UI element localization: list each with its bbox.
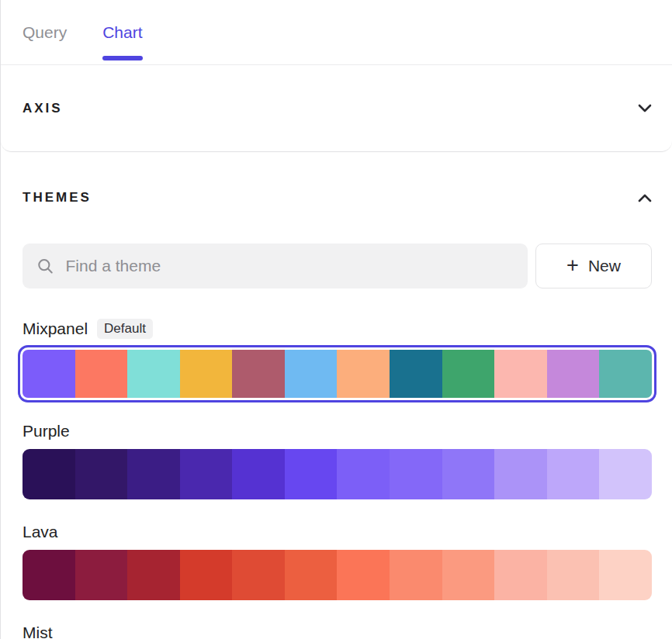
color-swatch: [127, 350, 180, 398]
color-swatch: [337, 550, 390, 600]
color-swatch: [75, 449, 128, 499]
color-swatch: [23, 350, 75, 398]
theme-name-row: MixpanelDefault: [23, 319, 652, 339]
color-swatch: [599, 449, 652, 499]
color-swatch: [547, 350, 600, 398]
theme-swatch-row[interactable]: [23, 550, 652, 600]
color-swatch: [442, 449, 495, 499]
theme-swatch-row[interactable]: [23, 449, 652, 499]
color-swatch: [23, 550, 75, 600]
color-swatch: [337, 350, 390, 398]
color-swatch: [494, 449, 547, 499]
color-swatch: [285, 550, 338, 600]
color-swatch: [180, 550, 233, 600]
themes-section-title: THEMES: [23, 190, 92, 206]
plus-icon: +: [566, 255, 579, 276]
theme-search-input[interactable]: [66, 257, 514, 275]
theme-item-lava: Lava: [23, 523, 652, 600]
color-swatch: [232, 350, 285, 398]
axis-section[interactable]: AXIS: [1, 65, 672, 152]
chevron-up-icon[interactable]: [638, 194, 652, 202]
color-swatch: [494, 350, 547, 398]
theme-item-mist: Mist: [23, 623, 652, 639]
themes-section: THEMES + New MixpanelDefaultPurpleLavaMi…: [1, 160, 672, 639]
color-swatch: [232, 449, 285, 499]
theme-item-mixpanel: MixpanelDefault: [23, 319, 652, 402]
theme-swatch-row[interactable]: [23, 350, 652, 398]
color-swatch: [285, 350, 338, 398]
color-swatch: [75, 350, 128, 398]
color-swatch: [390, 550, 442, 600]
color-swatch: [232, 550, 285, 600]
theme-name: Purple: [23, 422, 70, 440]
chevron-down-icon[interactable]: [638, 104, 652, 112]
color-swatch: [180, 449, 233, 499]
theme-name-row: Purple: [23, 422, 652, 440]
color-swatch: [127, 550, 180, 600]
color-swatch: [494, 550, 547, 600]
tab-chart[interactable]: Chart: [102, 0, 142, 64]
color-swatch: [127, 449, 180, 499]
tab-bar: Query Chart: [1, 0, 672, 65]
selected-theme-ring[interactable]: [18, 345, 656, 402]
theme-name: Mixpanel: [23, 320, 88, 338]
theme-search-box[interactable]: [23, 244, 528, 288]
theme-item-purple: Purple: [23, 422, 652, 499]
color-swatch: [390, 449, 442, 499]
color-swatch: [285, 449, 338, 499]
theme-name-row: Lava: [23, 523, 652, 541]
color-swatch: [180, 350, 233, 398]
theme-list: MixpanelDefaultPurpleLavaMist: [23, 319, 652, 639]
new-theme-button-label: New: [588, 257, 621, 275]
theme-search-row: + New: [23, 244, 652, 288]
color-swatch: [547, 449, 600, 499]
new-theme-button[interactable]: + New: [535, 244, 652, 288]
theme-name-row: Mist: [23, 623, 652, 639]
color-swatch: [547, 550, 600, 600]
theme-name: Lava: [23, 523, 58, 541]
color-swatch: [75, 550, 128, 600]
default-badge: Default: [97, 319, 153, 339]
color-swatch: [442, 350, 495, 398]
color-swatch: [442, 550, 495, 600]
color-swatch: [23, 449, 75, 499]
tab-query[interactable]: Query: [23, 0, 67, 64]
color-swatch: [599, 550, 652, 600]
card-gap: [1, 152, 672, 160]
color-swatch: [337, 449, 390, 499]
search-icon: [36, 257, 54, 275]
theme-name: Mist: [23, 623, 53, 639]
axis-section-title: AXIS: [23, 101, 63, 116]
color-swatch: [390, 350, 442, 398]
themes-section-header[interactable]: THEMES: [23, 190, 652, 206]
color-swatch: [599, 350, 652, 398]
